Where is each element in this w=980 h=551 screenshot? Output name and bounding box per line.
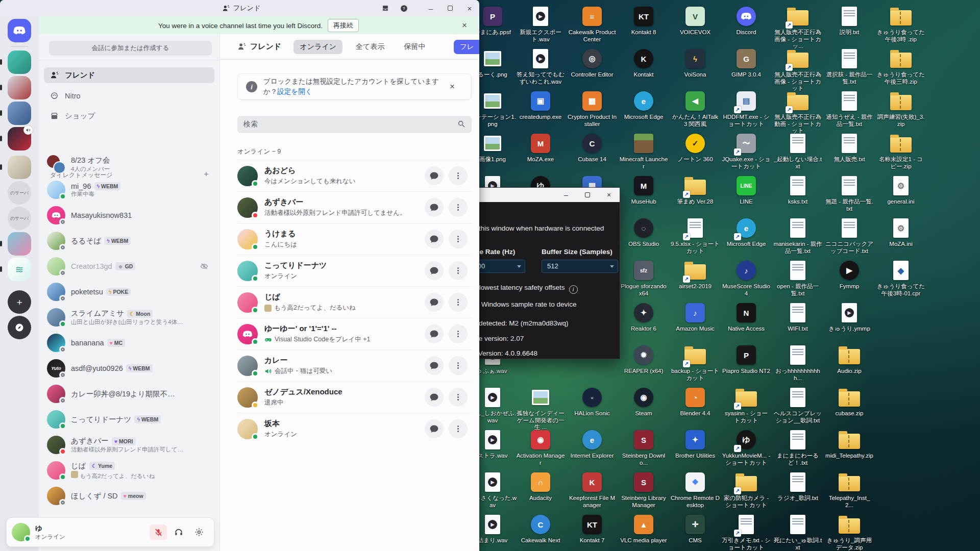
more-options-button[interactable]: [449, 324, 468, 343]
lowest-latency-label[interactable]: Use lowest latency safety offsetsi: [465, 284, 578, 294]
desktop-icon-Minecraft-Launcher[interactable]: Minecraft Launcher: [619, 132, 668, 170]
desktop-icon-MuseScore-Studio-4[interactable]: ♪MuseScore Studio 4: [722, 259, 771, 297]
friend-row[interactable]: ゆーゆー' or '1'='1' --Visual Studio Codeをプレ…: [237, 318, 472, 349]
desktop-icon-cubase-zip[interactable]: cubase.zip: [825, 386, 874, 417]
desktop-icon-----_----txt[interactable]: 死にたい_ゅ歌詞.txt: [773, 513, 822, 551]
more-options-button[interactable]: [449, 293, 468, 312]
server-item-9[interactable]: ≋: [8, 258, 31, 281]
desktop-icon---------------------[interactable]: ↗無人販売不正行為画像 - ショートカット: [773, 47, 822, 92]
friend-row[interactable]: こってりドーナツオンライン: [237, 255, 472, 286]
message-button[interactable]: [425, 261, 444, 280]
desktop-icon---------------wav[interactable]: ▶答え知ってでもむずいわこれ.wav: [516, 47, 565, 85]
desktop-icon-Internet-Explorer[interactable]: eInternet Explorer: [568, 429, 617, 460]
server-item-7[interactable]: のサーバ: [8, 207, 31, 230]
dm-item[interactable]: るるそばϟWEBM: [43, 229, 215, 253]
desktop-icon-Piapro-Studio-NT2[interactable]: PPiapro Studio NT2: [722, 344, 771, 375]
more-options-button[interactable]: [449, 230, 468, 248]
home-button[interactable]: [8, 19, 31, 42]
sidebar-item-ショップ[interactable]: ショップ: [44, 108, 214, 124]
dm-item[interactable]: ほしくず / SD♥meow: [43, 484, 215, 508]
desktop-icon-Steinberg-Downlo---[interactable]: SSteinberg Downlo...: [619, 429, 668, 466]
desktop-icon-LINE[interactable]: LINELINE: [722, 174, 771, 206]
sidebar-item-Nitro[interactable]: Nitro: [44, 88, 214, 104]
desktop-icon-----------------------[interactable]: ↗無人販売不正行為画像 - ショートカッ...: [773, 5, 822, 50]
explore-servers-button[interactable]: [8, 316, 31, 339]
desktop-icon---------------------[interactable]: ↗無人販売不正行為動画 - ショートカット: [773, 90, 822, 135]
desktop-icon-Chrome-Remote-Desktop[interactable]: ❖Chrome Remote Desktop: [671, 471, 720, 509]
tab-オンライン[interactable]: オンライン: [293, 40, 342, 54]
desktop-icon----------wav[interactable]: ▶新規エクスポート.wav: [516, 5, 565, 43]
more-options-button[interactable]: [449, 198, 468, 217]
server-item-5[interactable]: [8, 156, 31, 179]
desktop-icon-Audio-zip[interactable]: Audio.zip: [825, 344, 874, 375]
help-icon[interactable]: ?: [397, 1, 411, 15]
desktop-icon------------__---txt[interactable]: ヘルスコンプレッション__歌詞.txt: [773, 386, 822, 424]
desktop-icon------ymmp[interactable]: ▶きゅうり.ymmp: [825, 302, 874, 333]
desktop-icon-MoZA-ini[interactable]: ⚙MoZA.ini: [876, 217, 925, 248]
server-item-2[interactable]: [8, 76, 31, 99]
desktop-icon-syasinn----------[interactable]: ↗syasinn - ショートカット: [722, 386, 771, 424]
desktop-icon-Crypton-Product-Installe[interactable]: ▦Crypton Product Installer: [568, 90, 617, 128]
friend-row[interactable]: あずきバー活動者様以外原則フレンド申請許可してません。: [237, 191, 472, 223]
desktop-icon-Kontakt[interactable]: KKontakt: [619, 47, 668, 79]
desktop-icon------txt[interactable]: 無人販売.txt: [825, 132, 874, 163]
more-options-button[interactable]: [449, 166, 468, 185]
message-button[interactable]: [425, 419, 444, 438]
desktop-icon-VOICEVOX[interactable]: VVOICEVOX: [671, 5, 720, 36]
server-item-6[interactable]: のサーバ: [8, 181, 31, 205]
desktop-icon-Audacity[interactable]: ∩Audacity: [516, 471, 565, 502]
friend-row[interactable]: あおどら今はメンションしても来れない: [237, 160, 472, 191]
dm-item[interactable]: カレー卯丼@8/19より期限不明活動…: [43, 382, 215, 406]
dm-item[interactable]: Yutoasdf@yuto0926ϟWEBM: [43, 357, 215, 380]
add-server-button[interactable]: ＋: [8, 290, 31, 314]
desktop-icon-manisekarin---------txt[interactable]: manisekarin - 親作品一覧.txt: [773, 217, 822, 255]
desktop-icon-Kontakt-8[interactable]: KTKontakt 8: [619, 5, 668, 36]
desktop-icon----txt[interactable]: 説明.txt: [825, 5, 874, 36]
desktop-icon-ksks-txt[interactable]: ksks.txt: [773, 174, 822, 206]
desktop-icon-createdump-exe[interactable]: ▣createdump.exe: [516, 90, 565, 121]
maximize-button[interactable]: [440, 0, 460, 16]
tab-保留中[interactable]: 保留中: [398, 40, 431, 54]
message-button[interactable]: [425, 388, 444, 407]
buffer-size-select[interactable]: 512: [542, 260, 618, 273]
desktop-icon-backup----------[interactable]: ↗backup - ショートカット: [671, 344, 720, 382]
desktop-icon---------_3-zip[interactable]: 調声練習(失敗)_3.zip: [876, 90, 925, 128]
headphones-icon[interactable]: [170, 524, 187, 540]
desktop-icon---------------txt[interactable]: ニコニコバックアップコード.txt: [825, 217, 874, 255]
sidebar-item-フレンド[interactable]: フレンド: [44, 67, 214, 83]
dialog-close-button[interactable]: ×: [598, 188, 620, 202]
desktop-icon-Keepforest-File-Manager[interactable]: KKeepforest File Manager: [568, 471, 617, 509]
server-item-3[interactable]: [8, 102, 31, 125]
banner-close-icon[interactable]: ×: [462, 20, 467, 31]
desktop-icon-HDDFMT-exe----------[interactable]: ▤↗HDDFMT.exe - ショートカット: [722, 90, 771, 128]
dm-item[interactable]: こってりドーナツϟWEBM: [43, 408, 215, 431]
desktop-icon----------------------[interactable]: 孤独なインディーゲーム開発者の一生 ...: [516, 386, 565, 431]
dialog-maximize-button[interactable]: [577, 188, 598, 202]
desktop-icon-VLC-media-player[interactable]: ▲VLC media player: [619, 513, 668, 544]
desktop-icon-Blender-4-4[interactable]: ◔Blender 4.4: [671, 386, 720, 417]
message-button[interactable]: [425, 356, 444, 375]
desktop-icon-Cakewalk-Next[interactable]: CCakewalk Next: [516, 513, 565, 544]
desktop-icon------1-------zip[interactable]: 名称未設定1 - コピー.zip: [876, 132, 925, 170]
desktop-icon-Controller-Editor[interactable]: ◎Controller Editor: [568, 47, 617, 79]
desktop-icon-----_-------zip[interactable]: きゅうり_調声用データ.zip: [825, 513, 874, 551]
inbox-icon[interactable]: [378, 1, 393, 15]
desktop-icon-open---------txt[interactable]: open - 親作品一覧.txt: [773, 259, 822, 297]
minimize-button[interactable]: –: [421, 0, 440, 16]
desktop-icon------360[interactable]: ✓ノートン 360: [671, 132, 720, 163]
desktop-icon-Plogue-sforzando-x64[interactable]: sfzPlogue sforzando x64: [619, 259, 668, 297]
desktop-icon-Native-Access[interactable]: NNative Access: [722, 302, 771, 333]
desktop-icon-Activation-Manager[interactable]: ◉Activation Manager: [516, 429, 565, 466]
add-friend-button[interactable]: フレ: [454, 40, 479, 54]
friend-row[interactable]: カレー会話中・猫は可愛い: [237, 349, 472, 381]
dm-item[interactable]: Creator13gd☻GD: [43, 255, 215, 278]
start-conversation-button[interactable]: 会話に参加または作成する: [49, 41, 212, 56]
desktop-icon-_--------txt[interactable]: _起動しない場合.txt: [773, 132, 822, 170]
desktop-icon------------------[interactable]: ↗家の防犯カメラ - ショートカット: [722, 471, 771, 509]
more-options-button[interactable]: [449, 388, 468, 407]
desktop-icon---hhhhhhhhhhh---[interactable]: おっhhhhhhhhhhh...: [773, 344, 822, 382]
desktop-icon-VoiSona[interactable]: ϟVoiSona: [671, 47, 720, 79]
sync-sample-rate-label[interactable]: Sync Windows sample rate to device: [464, 300, 577, 308]
dm-item[interactable]: じば☾Yume もう高2だってよ、だるいね: [43, 459, 215, 482]
desktop-icon-JQuake-exe----------[interactable]: 〜↗JQuake.exe - ショートカット: [722, 132, 771, 170]
